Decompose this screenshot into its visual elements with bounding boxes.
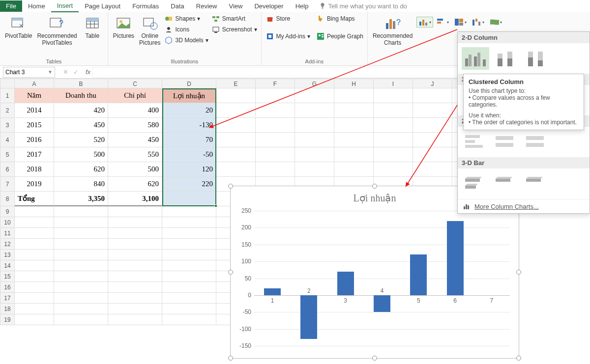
cell[interactable] [54, 228, 108, 239]
cell[interactable] [216, 162, 256, 177]
cell[interactable] [295, 162, 334, 177]
my-addins-button[interactable]: My Add-ins▾ [265, 31, 311, 41]
cell[interactable] [15, 206, 54, 217]
cell[interactable]: 3,350 [54, 192, 108, 206]
row-header[interactable]: 6 [0, 162, 15, 177]
cell[interactable] [295, 88, 334, 103]
cell[interactable]: 450 [108, 133, 162, 147]
cell[interactable]: 20 [162, 103, 216, 118]
cell[interactable] [216, 133, 256, 147]
cell[interactable] [256, 103, 295, 118]
cell[interactable]: 620 [54, 162, 108, 177]
col-header-C[interactable]: C [108, 79, 162, 88]
2d-bar-3[interactable] [523, 131, 550, 153]
cell[interactable] [334, 133, 374, 147]
tab-review[interactable]: Review [190, 0, 223, 12]
cell[interactable] [374, 118, 413, 133]
cell[interactable] [54, 206, 108, 217]
row-header[interactable]: 13 [0, 250, 15, 260]
cell[interactable] [108, 282, 162, 293]
cell[interactable] [413, 133, 452, 147]
cell[interactable] [162, 192, 216, 206]
cell[interactable]: Năm [15, 88, 54, 103]
clustered-column-option[interactable] [462, 47, 489, 70]
cell[interactable] [162, 239, 216, 250]
row-header[interactable]: 12 [0, 239, 15, 250]
chart-bar[interactable] [300, 295, 317, 339]
cell[interactable] [15, 293, 54, 304]
bing-maps-button[interactable]: Bing Maps [315, 14, 364, 24]
cell[interactable] [413, 147, 452, 162]
chart-bar[interactable] [337, 272, 354, 295]
cell[interactable] [295, 103, 334, 118]
cell[interactable] [108, 228, 162, 239]
col-header-B[interactable]: B [54, 79, 108, 88]
cell[interactable] [374, 103, 413, 118]
chart-bar[interactable] [264, 288, 281, 295]
cell[interactable] [295, 133, 334, 147]
row-header[interactable]: 11 [0, 228, 15, 239]
row-header[interactable]: 10 [0, 217, 15, 228]
tab-developer[interactable]: Developer [248, 0, 289, 12]
cell[interactable] [374, 147, 413, 162]
cell[interactable] [15, 304, 54, 314]
3d-bar-2[interactable] [492, 172, 520, 195]
row-header[interactable]: 15 [0, 271, 15, 282]
confirm-formula-icon[interactable]: ✓ [73, 68, 79, 76]
cell[interactable] [15, 228, 54, 239]
cell[interactable]: 2017 [15, 147, 54, 162]
row-header[interactable]: 2 [0, 103, 15, 118]
tab-view[interactable]: View [223, 0, 248, 12]
col-header-G[interactable]: G [295, 79, 334, 88]
3d-models-button[interactable]: 3D Models▾ [163, 35, 209, 45]
cell[interactable] [108, 293, 162, 304]
col-header-D[interactable]: D [162, 79, 216, 88]
2d-bar-2[interactable] [492, 131, 520, 153]
cell[interactable] [334, 162, 374, 177]
name-box[interactable]: Chart 3 ▼ [3, 67, 55, 78]
cell[interactable]: 500 [54, 147, 108, 162]
cell[interactable] [295, 147, 334, 162]
row-header[interactable]: 3 [0, 118, 15, 133]
cell[interactable] [334, 88, 374, 103]
cell[interactable]: Tổng [15, 192, 54, 206]
cell[interactable]: 840 [54, 177, 108, 192]
tab-data[interactable]: Data [165, 0, 190, 12]
row-header[interactable]: 19 [0, 314, 15, 325]
cell[interactable]: 420 [54, 103, 108, 118]
bar-chart-button[interactable]: ▾ [434, 17, 451, 28]
cell[interactable] [256, 118, 295, 133]
cell[interactable] [216, 147, 256, 162]
cell[interactable] [15, 271, 54, 282]
cell[interactable]: 620 [108, 177, 162, 192]
cell[interactable] [54, 271, 108, 282]
more-column-charts[interactable]: More Column Charts... [458, 199, 590, 213]
cell[interactable] [108, 206, 162, 217]
cell[interactable] [216, 118, 256, 133]
cell[interactable] [54, 239, 108, 250]
cell[interactable]: 580 [108, 118, 162, 133]
col-header-H[interactable]: H [334, 79, 374, 88]
cell[interactable] [256, 88, 295, 103]
smartart-button[interactable]: SmartArt [210, 14, 258, 24]
cell[interactable] [295, 118, 334, 133]
cell[interactable] [413, 118, 452, 133]
cell[interactable] [162, 228, 216, 239]
cell[interactable] [162, 314, 216, 325]
col-header-A[interactable]: A [15, 79, 54, 88]
tab-home[interactable]: Home [22, 0, 51, 12]
pivottable-button[interactable]: PivotTable [3, 14, 34, 48]
cell[interactable] [162, 217, 216, 228]
cell[interactable] [216, 103, 256, 118]
cell[interactable] [162, 304, 216, 314]
col-header-I[interactable]: I [374, 79, 413, 88]
row-header[interactable]: 14 [0, 260, 15, 271]
recommended-pivottables-button[interactable]: ? Recommended PivotTables [35, 14, 79, 48]
row-header[interactable]: 16 [0, 282, 15, 293]
cell[interactable] [334, 147, 374, 162]
col-header-F[interactable]: F [256, 79, 295, 88]
cell[interactable]: 3,100 [108, 192, 162, 206]
map-chart-button[interactable]: ▾ [487, 17, 504, 28]
cell[interactable] [216, 88, 256, 103]
screenshot-button[interactable]: Screenshot▾ [210, 25, 258, 34]
